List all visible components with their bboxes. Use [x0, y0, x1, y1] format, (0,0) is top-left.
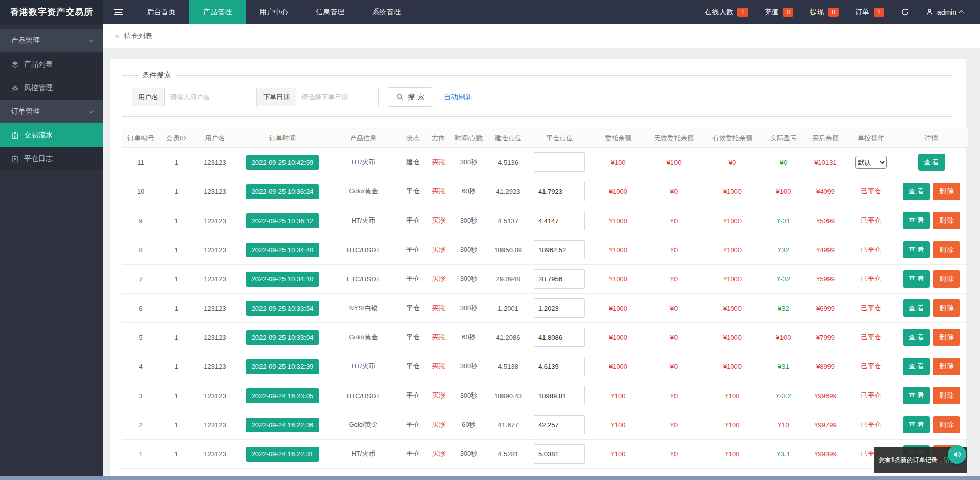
nav-tab-home[interactable]: 后台首页 — [133, 0, 189, 24]
stat-online-users[interactable]: 在线人数 1 — [705, 8, 748, 17]
positions-tbody: 1111231232022-09-25 10:42:59HT/火币建仓买涨300… — [122, 148, 968, 469]
delete-button[interactable]: 删除 — [933, 329, 960, 346]
cell-invalid-entrust-balance: ¥0 — [647, 323, 701, 352]
delete-button[interactable]: 删除 — [933, 241, 960, 258]
user-menu[interactable]: admin — [926, 8, 964, 16]
table-row: 311231232022-09-24 16:23:05BTC/USDT平仓买涨3… — [122, 381, 968, 410]
view-button[interactable]: 查看 — [903, 183, 930, 200]
close-point-input[interactable] — [534, 328, 585, 347]
close-point-input[interactable] — [534, 415, 585, 434]
cell-valid-entrust-balance: ¥1000 — [701, 235, 764, 265]
cell-actual-profit: ¥100 — [764, 177, 803, 206]
close-point-input[interactable] — [534, 182, 585, 201]
nav-tab-system[interactable]: 系统管理 — [358, 0, 415, 24]
control-status: 已平仓 — [861, 275, 881, 282]
delete-button[interactable]: 删除 — [933, 416, 960, 433]
cell-open-point: 41.2923 — [487, 177, 529, 206]
cell-control: 已平仓 — [847, 294, 895, 323]
control-select[interactable]: 默认 — [855, 156, 887, 169]
close-point-input[interactable] — [534, 152, 585, 172]
nav-tab-product[interactable]: 产品管理 — [189, 0, 246, 24]
view-button[interactable]: 查看 — [903, 358, 930, 375]
view-button[interactable]: 查看 — [903, 329, 930, 346]
cell-close-point — [529, 235, 590, 265]
cell-valid-entrust-balance: ¥100 — [701, 381, 764, 410]
sound-notification-button[interactable] — [948, 445, 966, 464]
refresh-icon[interactable] — [901, 8, 909, 16]
username-input[interactable] — [164, 88, 247, 106]
orders-badge: 1 — [874, 8, 884, 17]
cell-status: 平仓 — [399, 381, 427, 410]
cell-order-id: 7 — [122, 265, 160, 294]
delete-button[interactable]: 删除 — [933, 387, 960, 404]
stat-orders[interactable]: 订单 1 — [855, 8, 884, 17]
cell-order-time: 2022-09-25 10:34:10 — [237, 265, 328, 294]
table-row: 911231232022-09-25 10:36:12HT/火币平仓买涨300秒… — [122, 206, 968, 235]
view-button[interactable]: 查看 — [903, 212, 930, 229]
column-header: 订单时间 — [237, 128, 328, 148]
close-point-input[interactable] — [534, 386, 585, 405]
sidebar-group-order[interactable]: 订单管理 — [0, 100, 103, 123]
delete-button[interactable]: 删除 — [933, 212, 960, 229]
auto-refresh-link[interactable]: 自动刷新 — [444, 93, 472, 102]
stat-recharge[interactable]: 充值 0 — [765, 8, 794, 17]
nav-tab-info[interactable]: 信息管理 — [302, 0, 358, 24]
column-header: 买后余额 — [803, 128, 847, 148]
control-status: 已平仓 — [861, 362, 881, 370]
cell-valid-entrust-balance: ¥1000 — [701, 206, 764, 235]
delete-button[interactable]: 删除 — [933, 270, 960, 288]
cell-control: 已平仓 — [847, 177, 895, 206]
cell-valid-entrust-balance: ¥1000 — [701, 323, 764, 352]
cell-control: 已平仓 — [847, 206, 895, 235]
view-button[interactable]: 查看 — [903, 299, 930, 317]
cell-status: 平仓 — [399, 352, 427, 381]
search-button[interactable]: 搜 索 — [388, 87, 432, 107]
cell-order-id: 10 — [122, 177, 160, 206]
order-date-input[interactable] — [296, 88, 379, 106]
cell-close-point — [529, 177, 590, 206]
cell-order-time: 2022-09-25 10:32:39 — [237, 352, 328, 381]
sidebar-item-risk-control[interactable]: 风控管理 — [0, 76, 103, 100]
cell-direction: 买涨 — [427, 206, 450, 235]
stat-recharge-label: 充值 — [765, 8, 779, 17]
nav-tab-user-center[interactable]: 用户中心 — [246, 0, 302, 24]
delete-button[interactable]: 删除 — [933, 358, 960, 375]
sidebar-group-order-label: 订单管理 — [11, 107, 40, 116]
cell-detail-actions: 查看删除 — [895, 206, 968, 235]
close-point-input[interactable] — [534, 211, 585, 230]
cell-member-id: 1 — [160, 177, 192, 206]
order-time-badge: 2022-09-25 10:42:59 — [246, 155, 320, 170]
close-point-input[interactable] — [534, 357, 585, 376]
close-point-input[interactable] — [534, 269, 585, 289]
column-header: 建仓点位 — [487, 128, 529, 148]
sidebar-item-label: 产品列表 — [24, 60, 53, 69]
view-button[interactable]: 查看 — [918, 154, 945, 171]
view-button[interactable]: 查看 — [903, 241, 930, 258]
view-button[interactable]: 查看 — [903, 387, 930, 404]
cell-open-point: 4.5137 — [487, 206, 529, 235]
bottom-scrollbar[interactable] — [0, 476, 980, 480]
delete-button[interactable]: 删除 — [933, 299, 960, 317]
order-time-badge: 2022-09-25 10:34:10 — [246, 272, 320, 287]
control-status: 已平仓 — [861, 333, 881, 341]
view-button[interactable]: 查看 — [903, 416, 930, 433]
sidebar-item-trade-flow[interactable]: 交易流水 — [0, 123, 103, 147]
cell-entrust-balance: ¥1000 — [590, 235, 647, 265]
chevron-up-icon — [959, 10, 964, 15]
menu-toggle-icon[interactable] — [103, 0, 133, 24]
close-point-input[interactable] — [534, 444, 585, 464]
cell-direction: 买涨 — [427, 381, 450, 410]
close-point-input[interactable] — [534, 298, 585, 318]
delete-button[interactable]: 删除 — [933, 183, 960, 200]
close-point-input[interactable] — [534, 240, 585, 259]
sidebar-item-product-list[interactable]: 产品列表 — [0, 53, 103, 76]
sidebar-item-close-log[interactable]: 平仓日志 — [0, 147, 103, 170]
view-button[interactable]: 查看 — [903, 270, 930, 288]
sidebar-item-label: 风控管理 — [24, 83, 53, 93]
cell-product-info: Gold/黄金 — [328, 410, 399, 440]
stat-withdraw[interactable]: 提现 0 — [810, 8, 839, 17]
column-header: 委托余额 — [590, 128, 647, 148]
cell-invalid-entrust-balance: ¥0 — [647, 294, 701, 323]
sidebar-group-product[interactable]: 产品管理 — [0, 29, 103, 52]
order-time-badge: 2022-09-25 10:32:39 — [246, 359, 320, 374]
